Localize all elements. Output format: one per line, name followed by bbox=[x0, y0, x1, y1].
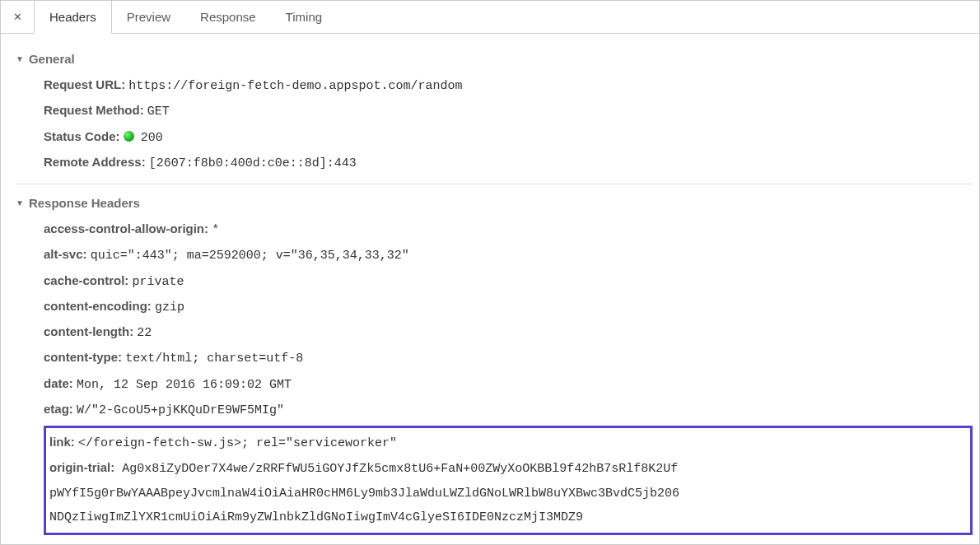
tabs-bar: ✕ Headers Preview Response Timing bbox=[1, 1, 979, 34]
header-key: content-type: bbox=[44, 350, 122, 364]
tab-preview[interactable]: Preview bbox=[112, 1, 185, 34]
header-key: access-control-allow-origin: bbox=[44, 221, 208, 235]
header-key: date: bbox=[44, 376, 73, 390]
headers-panel: ▼ General Request URL: https://foreign-f… bbox=[1, 34, 979, 542]
header-value: text/html; charset=utf-8 bbox=[125, 352, 303, 366]
value-status-code: 200 bbox=[141, 131, 163, 145]
header-row: content-length: 22 bbox=[44, 319, 973, 345]
general-request-url: Request URL: https://foreign-fetch-demo.… bbox=[44, 72, 973, 98]
header-row: alt-svc: quic=":443"; ma=2592000; v="36,… bbox=[44, 242, 973, 268]
header-key: content-encoding: bbox=[44, 299, 152, 313]
header-value-origin-trial-l1: Ag0x8iZyDOer7X4we/zRRFfWU5iGOYJfZk5cmx8t… bbox=[122, 462, 678, 476]
section-general: ▼ General Request URL: https://foreign-f… bbox=[16, 52, 973, 175]
header-value-origin-trial-l2: pWYfI5g0rBwYAAABpeyJvcmlnaW4iOiAiaHR0cHM… bbox=[49, 482, 967, 505]
general-remote-address: Remote Address: [2607:f8b0:400d:c0e::8d]… bbox=[44, 150, 973, 175]
header-row: date: Mon, 12 Sep 2016 16:09:02 GMT bbox=[44, 371, 973, 397]
label-status-code: Status Code: bbox=[44, 129, 120, 143]
section-divider bbox=[16, 184, 973, 184]
header-value: gzip bbox=[155, 300, 184, 314]
header-row: content-type: text/html; charset=utf-8 bbox=[44, 345, 973, 370]
chevron-down-icon: ▼ bbox=[16, 54, 24, 63]
section-response-headers-title: Response Headers bbox=[29, 196, 140, 210]
header-value: quic=":443"; ma=2592000; v="36,35,34,33,… bbox=[91, 249, 409, 263]
header-value-origin-trial-l3: NDQzIiwgImZlYXR1cmUiOiAiRm9yZWlnbkZldGNo… bbox=[49, 505, 967, 529]
value-remote-address: [2607:f8b0:400d:c0e::8d]:443 bbox=[149, 156, 357, 170]
general-status-code: Status Code: 200 bbox=[44, 124, 973, 150]
section-general-title: General bbox=[29, 52, 75, 66]
header-row: cache-control: private bbox=[44, 268, 973, 294]
section-general-toggle[interactable]: ▼ General bbox=[16, 52, 973, 66]
header-key: cache-control: bbox=[44, 273, 128, 287]
header-key-origin-trial: origin-trial: bbox=[49, 460, 114, 474]
section-response-headers-toggle[interactable]: ▼ Response Headers bbox=[16, 196, 973, 210]
header-key: etag: bbox=[44, 402, 73, 416]
general-request-method: Request Method: GET bbox=[44, 98, 973, 123]
header-key: content-length: bbox=[44, 324, 133, 338]
label-request-method: Request Method: bbox=[44, 103, 144, 117]
label-request-url: Request URL: bbox=[44, 77, 125, 91]
header-value-link: </foreign-fetch-sw.js>; rel="servicework… bbox=[78, 436, 397, 450]
header-value: private bbox=[133, 275, 184, 289]
tab-response[interactable]: Response bbox=[185, 1, 271, 34]
value-request-url: https://foreign-fetch-demo.appspot.com/r… bbox=[128, 79, 462, 93]
header-row: access-control-allow-origin: * bbox=[44, 217, 973, 242]
value-request-method: GET bbox=[147, 105, 170, 119]
label-remote-address: Remote Address: bbox=[44, 155, 146, 169]
tab-timing[interactable]: Timing bbox=[271, 1, 337, 34]
status-dot-icon bbox=[124, 131, 134, 142]
header-row: content-encoding: gzip bbox=[44, 294, 973, 319]
header-value: * bbox=[212, 223, 219, 237]
header-value: Mon, 12 Sep 2016 16:09:02 GMT bbox=[77, 378, 292, 392]
chevron-down-icon: ▼ bbox=[16, 198, 24, 207]
header-row: etag: W/"2-GcoU5+pjKKQuDrE9WF5MIg" bbox=[44, 397, 973, 422]
header-value: 22 bbox=[137, 326, 152, 340]
header-row-link: link: </foreign-fetch-sw.js>; rel="servi… bbox=[49, 430, 967, 455]
header-row-origin-trial: origin-trial: Ag0x8iZyDOer7X4we/zRRFfWU5… bbox=[49, 455, 967, 529]
close-icon[interactable]: ✕ bbox=[1, 1, 34, 34]
header-key-link: link: bbox=[49, 435, 75, 449]
highlighted-headers: link: </foreign-fetch-sw.js>; rel="servi… bbox=[44, 426, 973, 535]
tab-headers[interactable]: Headers bbox=[34, 1, 112, 34]
section-response-headers: ▼ Response Headers access-control-allow-… bbox=[16, 196, 973, 535]
header-value: W/"2-GcoU5+pjKKQuDrE9WF5MIg" bbox=[77, 403, 284, 417]
header-key: alt-svc: bbox=[44, 247, 87, 261]
